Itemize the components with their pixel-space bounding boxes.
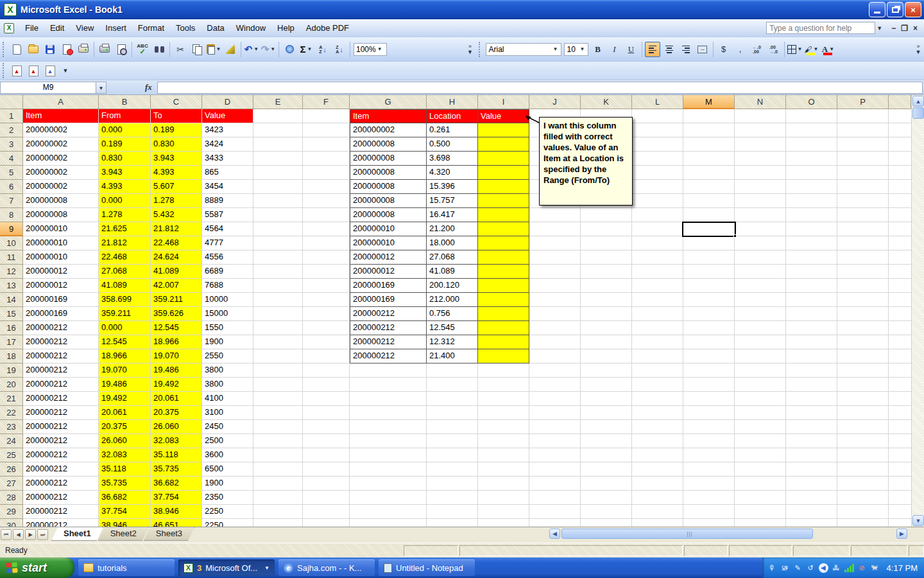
cell-L20[interactable]	[632, 378, 683, 392]
cell-C22[interactable]: 20.375	[151, 406, 202, 420]
cell-H27[interactable]	[427, 477, 478, 491]
cell-G3[interactable]: 200000008	[350, 137, 427, 152]
cell-O12[interactable]	[786, 265, 837, 279]
cell-B21[interactable]: 19.492	[99, 392, 151, 406]
cell-H6[interactable]: 15.396	[427, 180, 478, 194]
cell-F23[interactable]	[303, 420, 350, 434]
cell-G14[interactable]: 200000169	[350, 293, 427, 307]
cell-O1[interactable]	[786, 109, 837, 123]
cell-C17[interactable]: 18.966	[151, 335, 202, 349]
cell-N18[interactable]	[735, 349, 786, 363]
cell-B18[interactable]: 18.966	[99, 349, 151, 363]
cell-M6[interactable]	[683, 180, 735, 194]
minimize-button[interactable]	[869, 2, 886, 17]
cell-E23[interactable]	[253, 420, 303, 434]
cell-L25[interactable]	[632, 448, 683, 462]
cell-J16[interactable]	[529, 321, 581, 335]
cell-L7[interactable]	[632, 194, 683, 208]
scroll-down-icon[interactable]: ▼	[912, 515, 924, 526]
cell-D8[interactable]: 5587	[202, 208, 253, 222]
cell-D19[interactable]: 3800	[202, 363, 253, 378]
cell-A1[interactable]: Item	[23, 109, 99, 123]
cell-F20[interactable]	[303, 378, 350, 392]
cell-H28[interactable]	[427, 491, 478, 505]
cell-F6[interactable]	[303, 180, 350, 194]
cell-M20[interactable]	[683, 378, 735, 392]
cell-F18[interactable]	[303, 349, 350, 363]
cell-A22[interactable]: 200000212	[23, 406, 99, 420]
cell-L22[interactable]	[632, 406, 683, 420]
cell-C16[interactable]: 12.545	[151, 321, 202, 335]
cell-H5[interactable]: 4.320	[427, 166, 478, 180]
cell-H12[interactable]: 41.089	[427, 265, 478, 279]
vertical-scrollbar[interactable]: ▲ ▼	[911, 95, 924, 527]
name-box[interactable]: M9	[0, 82, 96, 94]
cell-C3[interactable]: 0.830	[151, 137, 202, 152]
cell-E30[interactable]	[253, 519, 303, 527]
cell-J15[interactable]	[529, 307, 581, 321]
cell-N2[interactable]	[735, 123, 786, 137]
vertical-scroll-thumb[interactable]	[912, 107, 924, 119]
cell-K23[interactable]	[581, 420, 632, 434]
cell-O30[interactable]	[786, 519, 837, 527]
cell-J25[interactable]	[529, 448, 581, 462]
cell-H21[interactable]	[427, 392, 478, 406]
cell-A19[interactable]: 200000212	[23, 363, 99, 378]
cell-K24[interactable]	[581, 434, 632, 448]
cell-P2[interactable]	[837, 123, 889, 137]
cell-B15[interactable]: 359.211	[99, 307, 151, 321]
cell-K27[interactable]	[581, 477, 632, 491]
cell-I27[interactable]	[478, 477, 529, 491]
row-header-3[interactable]: 3	[0, 137, 23, 152]
workbook-restore-icon[interactable]: ❐	[901, 24, 908, 33]
cell-A10[interactable]: 200000010	[23, 236, 99, 250]
cell-A2[interactable]: 200000002	[23, 123, 99, 137]
cell-B30[interactable]: 38.946	[99, 519, 151, 527]
row-header-20[interactable]: 20	[0, 378, 23, 392]
cell-F2[interactable]	[303, 123, 350, 137]
cell-F4[interactable]	[303, 152, 350, 166]
cell-P29[interactable]	[837, 505, 889, 519]
cell-P4[interactable]	[837, 152, 889, 166]
cell-C19[interactable]: 19.486	[151, 363, 202, 378]
cell-J28[interactable]	[529, 491, 581, 505]
cell-P8[interactable]	[837, 208, 889, 222]
cell-J8[interactable]	[529, 208, 581, 222]
cell-J19[interactable]	[529, 363, 581, 378]
cell-P15[interactable]	[837, 307, 889, 321]
taskbar-button-excel-group[interactable]: X 3 Microsoft Of... ▼	[178, 559, 275, 576]
cell-N19[interactable]	[735, 363, 786, 378]
cell-C5[interactable]: 4.393	[151, 166, 202, 180]
cell-A23[interactable]: 200000212	[23, 420, 99, 434]
cell-B20[interactable]: 19.486	[99, 378, 151, 392]
menu-format[interactable]: Format	[132, 21, 170, 35]
close-button[interactable]: ×	[905, 2, 921, 17]
cell-L13[interactable]	[632, 279, 683, 293]
cell-P27[interactable]	[837, 477, 889, 491]
cell-H22[interactable]	[427, 406, 478, 420]
cell-I20[interactable]	[478, 378, 529, 392]
cell-J24[interactable]	[529, 434, 581, 448]
cell-E15[interactable]	[253, 307, 303, 321]
column-header-D[interactable]: D	[202, 95, 253, 109]
row-header-6[interactable]: 6	[0, 180, 23, 194]
cell-A27[interactable]: 200000212	[23, 477, 99, 491]
cell-D26[interactable]: 6500	[202, 462, 253, 477]
cell-J17[interactable]	[529, 335, 581, 349]
copy-button[interactable]	[189, 42, 205, 57]
spelling-button[interactable]: ABC✓	[135, 42, 150, 57]
cell-D21[interactable]: 4100	[202, 392, 253, 406]
cell-H9[interactable]: 21.200	[427, 222, 478, 236]
cell-J12[interactable]	[529, 265, 581, 279]
cell-I5[interactable]	[478, 166, 529, 180]
column-header-C[interactable]: C	[151, 95, 202, 109]
align-center-button[interactable]	[662, 42, 677, 57]
borders-button[interactable]: ▼	[787, 42, 803, 57]
row-header-19[interactable]: 19	[0, 363, 23, 378]
menu-help[interactable]: Help	[271, 21, 300, 35]
cell-L11[interactable]	[632, 250, 683, 265]
cell-H7[interactable]: 15.757	[427, 194, 478, 208]
cell-C2[interactable]: 0.189	[151, 123, 202, 137]
cell-H30[interactable]	[427, 519, 478, 527]
cell-D15[interactable]: 15000	[202, 307, 253, 321]
